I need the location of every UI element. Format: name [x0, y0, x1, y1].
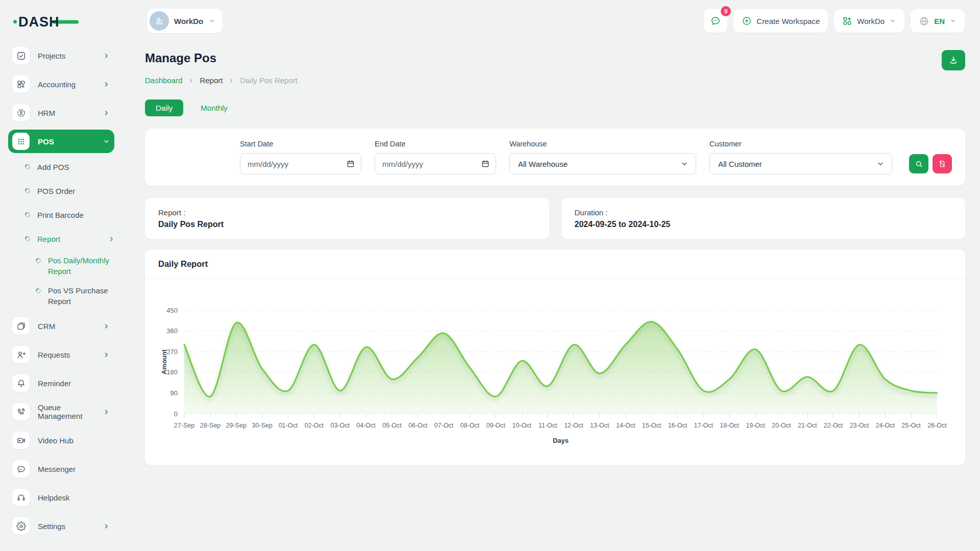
apply-filter-button[interactable] [909, 154, 928, 173]
svg-text:18-Oct: 18-Oct [720, 422, 739, 429]
plus-circle-icon [742, 16, 752, 26]
tab-daily[interactable]: Daily [145, 99, 183, 116]
svg-text:360: 360 [166, 327, 178, 335]
breadcrumb-report[interactable]: Report [200, 76, 223, 85]
svg-text:0: 0 [174, 410, 178, 418]
customer-selected-value: All Customer [718, 160, 762, 168]
sidebar-item-label: Queue Management [38, 403, 103, 420]
chevron-right-icon [103, 109, 110, 117]
phone-call-icon [12, 403, 30, 420]
breadcrumb: Dashboard Report Daily Pos Report [145, 76, 965, 85]
report-tabs: Daily Monthly [145, 99, 965, 116]
sidebar-item-helpdesk[interactable]: Helpdesk [8, 486, 114, 509]
gear-icon [12, 517, 30, 535]
sidebar-item-crm[interactable]: CRM [8, 314, 114, 338]
workspace-grid-icon [842, 16, 852, 26]
messages-button[interactable]: 0 [704, 9, 727, 33]
chevron-down-icon [680, 160, 689, 168]
bullet-icon [35, 287, 42, 294]
svg-text:04-Oct: 04-Oct [356, 422, 376, 429]
sidebar-item-settings[interactable]: Settings [8, 514, 114, 538]
end-date-label: End Date [375, 140, 496, 148]
warehouse-select[interactable]: All Warehouse [509, 153, 696, 174]
sidebar-item-label: HRM [38, 109, 55, 117]
svg-text:12-Oct: 12-Oct [564, 422, 583, 429]
svg-text:19-Oct: 19-Oct [746, 422, 765, 429]
sidebar-item-label: Pos Daily/Monthly Report [48, 255, 115, 277]
breadcrumb-daily-pos-report: Daily Pos Report [240, 76, 298, 85]
svg-text:29-Sep: 29-Sep [226, 422, 247, 429]
svg-text:25-Oct: 25-Oct [901, 422, 921, 429]
globe-icon [919, 16, 929, 27]
download-icon [948, 55, 959, 65]
svg-text:16-Oct: 16-Oct [668, 422, 688, 429]
brand-logo[interactable]: DASH [0, 7, 122, 36]
sidebar-item-pos-daily-monthly-report[interactable]: Pos Daily/Monthly Report [0, 254, 122, 278]
sidebar-item-label: Projects [38, 52, 65, 60]
chevron-right-icon [228, 78, 234, 84]
filter-card: Start Date End Date [145, 129, 965, 186]
sidebar-item-report[interactable]: Report [0, 230, 122, 247]
create-workspace-button[interactable]: Create Workspace [733, 9, 828, 33]
sidebar-item-accounting[interactable]: Accounting [8, 72, 114, 96]
warehouse-selected-value: All Warehouse [518, 160, 568, 168]
svg-text:26-Oct: 26-Oct [927, 422, 947, 429]
crm-icon [12, 317, 30, 335]
sidebar-nav: Projects Accounting HRM [0, 36, 122, 538]
chart-title: Daily Report [145, 249, 965, 279]
customer-field: Customer All Customer [709, 140, 892, 174]
sidebar-item-requests[interactable]: Requests [8, 343, 114, 366]
sidebar-item-reminder[interactable]: Reminder [8, 371, 114, 395]
chevron-down-icon [949, 17, 957, 24]
svg-text:05-Oct: 05-Oct [382, 422, 402, 429]
svg-text:10-Oct: 10-Oct [512, 422, 531, 429]
svg-text:180: 180 [166, 368, 178, 376]
reset-icon [938, 160, 946, 168]
sidebar-item-messenger[interactable]: Messenger [8, 457, 114, 481]
svg-text:450: 450 [166, 307, 178, 314]
sidebar-item-print-barcode[interactable]: Print Barcode [0, 206, 122, 223]
start-date-label: Start Date [240, 140, 361, 148]
sidebar-item-pos-vs-purchase-report[interactable]: Pos VS Purchase Report [0, 284, 122, 308]
customer-select[interactable]: All Customer [709, 153, 892, 174]
svg-text:24-Oct: 24-Oct [876, 422, 895, 429]
app-root: DASH Projects Accounting [0, 0, 980, 551]
topbar: WorkDo 0 Create Workspace WorkDo [122, 0, 980, 36]
report-value: Daily Pos Report [158, 220, 536, 229]
workspace-selector[interactable]: WorkDo [147, 9, 223, 33]
sidebar-item-projects[interactable]: Projects [8, 44, 114, 67]
sidebar-item-pos-order[interactable]: POS Order [0, 182, 122, 199]
sidebar-item-pos[interactable]: POS [8, 130, 114, 153]
sidebar-item-video-hub[interactable]: Video Hub [8, 429, 114, 452]
account-menu-button[interactable]: WorkDo [834, 9, 904, 33]
language-menu-button[interactable]: EN [911, 9, 965, 33]
chevron-right-icon [103, 322, 110, 330]
sidebar-item-label: Report [37, 234, 60, 244]
sidebar-item-hrm[interactable]: HRM [8, 101, 114, 124]
building-icon [154, 16, 164, 26]
breadcrumb-dashboard[interactable]: Dashboard [145, 76, 182, 85]
end-date-input[interactable] [375, 153, 496, 174]
video-camera-icon [12, 432, 30, 449]
account-menu-label: WorkDo [857, 17, 885, 26]
download-report-button[interactable] [942, 50, 965, 70]
tab-monthly[interactable]: Monthly [198, 103, 231, 113]
bullet-icon [24, 187, 31, 194]
sidebar-item-label: Pos VS Purchase Report [48, 285, 115, 307]
svg-text:09-Oct: 09-Oct [486, 422, 506, 429]
sidebar-item-add-pos[interactable]: Add POS [0, 158, 122, 176]
chevron-right-icon [103, 81, 110, 88]
svg-text:90: 90 [170, 389, 178, 397]
daily-report-chart[interactable]: 09018027036045027-Sep28-Sep29-Sep30-Sep0… [145, 279, 965, 465]
create-workspace-label: Create Workspace [756, 17, 820, 26]
projects-icon [12, 47, 30, 64]
start-date-input[interactable] [240, 153, 361, 174]
svg-text:27-Sep: 27-Sep [174, 422, 194, 429]
svg-text:14-Oct: 14-Oct [616, 422, 635, 429]
bullet-icon [24, 211, 31, 218]
bullet-icon [24, 163, 31, 170]
svg-text:02-Oct: 02-Oct [305, 422, 324, 429]
reset-filter-button[interactable] [933, 154, 952, 173]
chevron-right-icon [188, 78, 194, 84]
sidebar-item-queue-management[interactable]: Queue Management [8, 400, 114, 423]
